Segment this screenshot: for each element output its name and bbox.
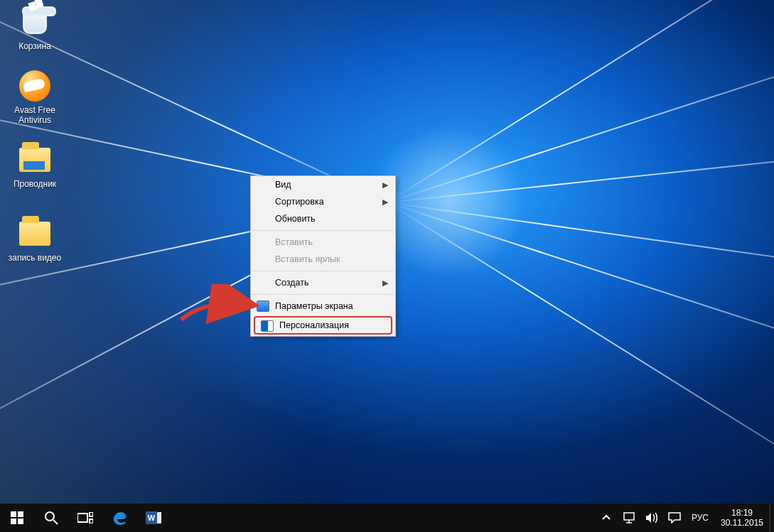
desktop[interactable]: Корзина Avast Free Antivirus Проводник з… xyxy=(0,0,774,504)
search-button[interactable] xyxy=(34,504,68,532)
desktop-icon-recycle-bin[interactable]: Корзина xyxy=(4,6,65,51)
desktop-icon-video-rec[interactable]: запись видео xyxy=(4,217,65,263)
system-tray: РУС 18:19 30.11.2015 xyxy=(595,504,774,532)
svg-rect-3 xyxy=(18,519,23,524)
wallpaper-beam xyxy=(387,202,774,401)
svg-rect-8 xyxy=(90,519,93,523)
svg-rect-2 xyxy=(11,519,16,524)
menu-item-paste: Вставить xyxy=(251,234,395,251)
speaker-icon xyxy=(645,512,658,523)
menu-separator xyxy=(252,294,394,295)
svg-rect-7 xyxy=(90,512,93,516)
menu-item-label: Вставить xyxy=(275,237,313,247)
wallpaper-beam xyxy=(387,202,774,504)
windows-logo-icon xyxy=(11,511,23,524)
clock-date: 30.11.2015 xyxy=(714,518,770,528)
task-view-icon xyxy=(77,512,93,523)
tray-overflow-button[interactable] xyxy=(595,504,618,532)
svg-text:W: W xyxy=(148,514,156,522)
wallpaper-beam xyxy=(387,202,774,292)
menu-separator xyxy=(252,271,394,271)
menu-item-view[interactable]: Вид ▶ xyxy=(251,176,395,193)
tray-volume-button[interactable] xyxy=(640,504,663,532)
clock[interactable]: 18:19 30.11.2015 xyxy=(714,508,770,528)
word-icon: W xyxy=(146,510,161,526)
menu-item-sort[interactable]: Сортировка ▶ xyxy=(251,193,395,210)
svg-point-4 xyxy=(45,512,54,521)
menu-item-personalize[interactable]: Персонализация xyxy=(254,316,392,335)
svg-rect-0 xyxy=(11,511,16,517)
menu-separator xyxy=(252,230,394,231)
recycle-bin-icon xyxy=(18,6,51,38)
taskbar-app-word[interactable]: W xyxy=(136,504,171,532)
menu-item-label: Вид xyxy=(275,180,291,190)
file-explorer-icon xyxy=(18,143,51,176)
edge-icon xyxy=(111,509,128,526)
svg-rect-12 xyxy=(624,513,634,520)
desktop-icon-label: Проводник xyxy=(4,179,65,189)
desktop-icon-explorer[interactable]: Проводник xyxy=(4,143,65,189)
menu-item-label: Создать xyxy=(275,278,309,288)
menu-item-label: Сортировка xyxy=(275,197,324,207)
search-icon xyxy=(44,511,58,525)
wallpaper-beam xyxy=(387,135,774,203)
desktop-icon-avast[interactable]: Avast Free Antivirus xyxy=(4,70,65,125)
chevron-up-icon xyxy=(602,514,611,522)
taskbar-app-edge[interactable] xyxy=(102,504,136,532)
menu-item-create[interactable]: Создать ▶ xyxy=(251,274,395,291)
start-button[interactable] xyxy=(0,504,34,532)
svg-rect-6 xyxy=(77,514,87,522)
desktop-context-menu: Вид ▶ Сортировка ▶ Обновить Вставить Вст… xyxy=(250,175,396,337)
svg-rect-1 xyxy=(18,511,23,517)
personalize-icon xyxy=(261,320,274,332)
wallpaper-beam xyxy=(387,0,774,202)
tray-action-center-button[interactable] xyxy=(663,504,686,532)
menu-item-label: Персонализация xyxy=(279,320,349,330)
network-icon xyxy=(623,512,635,523)
desktop-icon-label: Avast Free Antivirus xyxy=(4,105,65,125)
desktop-icon-label: запись видео xyxy=(4,253,65,263)
clock-time: 18:19 xyxy=(714,508,770,518)
monitor-icon xyxy=(257,300,269,312)
chevron-right-icon: ▶ xyxy=(382,197,388,207)
folder-icon xyxy=(18,217,51,250)
desktop-icon-label: Корзина xyxy=(4,41,65,51)
avast-icon xyxy=(18,70,51,102)
language-indicator[interactable]: РУС xyxy=(686,513,714,523)
menu-item-label: Обновить xyxy=(275,214,316,224)
chevron-right-icon: ▶ xyxy=(382,180,388,190)
chevron-right-icon: ▶ xyxy=(382,278,388,288)
show-desktop-button[interactable] xyxy=(770,504,774,532)
wallpaper-beam xyxy=(387,4,774,203)
menu-item-refresh[interactable]: Обновить xyxy=(251,210,395,227)
taskbar: W РУС xyxy=(0,504,774,532)
task-view-button[interactable] xyxy=(68,504,102,532)
menu-item-label: Параметры экрана xyxy=(275,301,353,311)
menu-item-label: Вставить ярлык xyxy=(275,254,340,264)
menu-item-paste-shortcut: Вставить ярлык xyxy=(251,251,395,268)
svg-line-5 xyxy=(53,520,58,524)
menu-item-display-settings[interactable]: Параметры экрана xyxy=(251,298,395,315)
tray-network-button[interactable] xyxy=(618,504,640,532)
action-center-icon xyxy=(668,512,681,523)
svg-rect-11 xyxy=(157,512,161,523)
